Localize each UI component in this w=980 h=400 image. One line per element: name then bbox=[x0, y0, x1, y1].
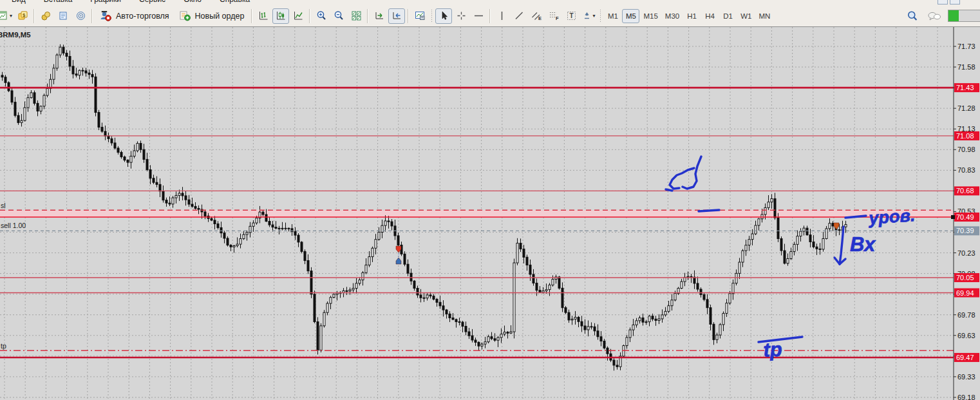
price-chart[interactable]: slsell 1.00tp71.7371.5871.4371.2871.1370… bbox=[0, 27, 980, 400]
candlestick-icon bbox=[276, 10, 287, 21]
window-restore-button[interactable] bbox=[938, 0, 948, 5]
menu-item-view[interactable]: Вид bbox=[12, 0, 26, 5]
templates-icon bbox=[415, 10, 426, 21]
ink-text: tp bbox=[763, 338, 783, 361]
profiles-button[interactable]: $ bbox=[14, 8, 31, 24]
line-chart-button[interactable] bbox=[290, 8, 306, 24]
chart-symbol-label: BRM9,M5 bbox=[0, 31, 31, 39]
new-order-button[interactable]: Новый ордер bbox=[174, 8, 249, 24]
auto-scroll-icon bbox=[374, 10, 385, 21]
svg-text:$: $ bbox=[23, 12, 26, 18]
timeframe-d1-button[interactable]: D1 bbox=[719, 9, 737, 23]
new-chart-button[interactable]: ▾ bbox=[0, 8, 14, 24]
zoom-out-button[interactable] bbox=[330, 8, 347, 24]
news-button[interactable] bbox=[55, 8, 71, 24]
timeframe-m30-button[interactable]: M30 bbox=[662, 9, 683, 23]
menu-item-window[interactable]: Окно bbox=[184, 0, 202, 5]
auto-trading-button[interactable]: Авто-торговля bbox=[95, 8, 174, 24]
signals-button[interactable] bbox=[72, 8, 89, 24]
position-label: sell 1.00 bbox=[1, 222, 26, 229]
chart-window[interactable]: slsell 1.00tp71.7371.5871.4371.2871.1370… bbox=[0, 27, 980, 400]
new-order-icon bbox=[179, 10, 191, 21]
tile-windows-button[interactable] bbox=[348, 8, 364, 24]
vertical-line-button[interactable] bbox=[493, 8, 510, 24]
svg-text:70.05: 70.05 bbox=[956, 274, 974, 281]
window-close-button[interactable] bbox=[950, 0, 960, 5]
axis-price-tick: 70.83 bbox=[957, 166, 975, 174]
ink-stroke bbox=[699, 210, 719, 211]
horizontal-line-icon bbox=[473, 10, 484, 21]
spread-band bbox=[0, 210, 954, 217]
axis-price-tick: 71.58 bbox=[957, 63, 975, 71]
menu-bar: Вид Вставка Графики Сервис Окно Справка bbox=[0, 0, 980, 5]
shapes-icon bbox=[582, 10, 592, 21]
search-button[interactable] bbox=[904, 8, 921, 24]
tile-windows-icon bbox=[351, 10, 362, 21]
candlestick-chart-button[interactable] bbox=[272, 8, 289, 24]
trendline-button[interactable] bbox=[511, 8, 527, 24]
svg-text:70.39: 70.39 bbox=[956, 227, 974, 234]
timeframe-m1-button[interactable]: M1 bbox=[604, 9, 621, 23]
timeframe-w1-button[interactable]: W1 bbox=[737, 9, 755, 23]
toolbar-drag-handle[interactable] bbox=[431, 10, 433, 23]
chart-shift-icon bbox=[391, 10, 402, 21]
bar-chart-button[interactable] bbox=[255, 8, 272, 24]
templates-button[interactable] bbox=[411, 8, 428, 24]
crosshair-button[interactable] bbox=[453, 8, 469, 24]
sl-label: sl bbox=[1, 202, 6, 209]
trendline-icon bbox=[514, 10, 525, 21]
timeframe-m15-button[interactable]: M15 bbox=[640, 9, 661, 23]
chart-shift-button[interactable] bbox=[388, 8, 405, 24]
toolbar-drag-handle[interactable] bbox=[599, 10, 601, 23]
axis-price-tick: 69.33 bbox=[957, 373, 975, 381]
news-icon bbox=[58, 10, 69, 21]
equidistant-channel-button[interactable]: E bbox=[528, 8, 545, 24]
svg-text:69.94: 69.94 bbox=[956, 289, 974, 297]
axis-price-tick: 69.78 bbox=[957, 311, 975, 319]
axis-price-tick: 70.98 bbox=[957, 146, 975, 153]
axis-price-tick: 71.73 bbox=[957, 43, 975, 50]
new-chart-icon bbox=[0, 10, 9, 21]
menu-item-service[interactable]: Сервис bbox=[139, 0, 165, 5]
fibonacci-icon: F bbox=[549, 10, 560, 21]
timeframe-h4-button[interactable]: H4 bbox=[701, 9, 719, 23]
ink-text: Вх bbox=[850, 233, 876, 256]
toolbar: ▾ $ bbox=[0, 5, 980, 27]
cursor-button[interactable] bbox=[435, 8, 452, 24]
market-button[interactable] bbox=[37, 8, 54, 24]
axis-price-tick: 69.18 bbox=[957, 394, 975, 400]
text-icon: T bbox=[566, 10, 577, 21]
toolbar-separator bbox=[251, 9, 252, 23]
bar-chart-icon bbox=[258, 10, 269, 21]
menu-item-help[interactable]: Справка bbox=[220, 0, 250, 5]
menu-item-insert[interactable]: Вставка bbox=[44, 0, 73, 5]
svg-text:F: F bbox=[556, 15, 559, 21]
axis-price-tick: 69.63 bbox=[957, 332, 975, 339]
text-button[interactable]: T bbox=[563, 8, 580, 24]
vertical-line-icon bbox=[496, 10, 507, 21]
ink-stroke bbox=[666, 189, 672, 191]
auto-scroll-button[interactable] bbox=[371, 8, 388, 24]
horizontal-line-button[interactable] bbox=[470, 8, 487, 24]
auto-trading-label: Авто-торговля bbox=[116, 12, 169, 21]
timeframe-mn-button[interactable]: MN bbox=[755, 9, 773, 23]
arrows-shapes-button[interactable]: ▾ bbox=[580, 8, 597, 24]
toolbar-separator bbox=[408, 9, 409, 23]
timeframe-m5-button[interactable]: M5 bbox=[622, 9, 639, 23]
channel-icon: E bbox=[531, 10, 542, 21]
toolbar-separator bbox=[367, 9, 368, 23]
chevron-down-icon: ▾ bbox=[10, 13, 12, 19]
axis-price-tick: 70.23 bbox=[957, 249, 975, 257]
toolbar-separator bbox=[33, 9, 35, 23]
coins-icon bbox=[41, 10, 52, 21]
svg-text:70.49: 70.49 bbox=[956, 213, 974, 221]
tp-label: tp bbox=[1, 342, 6, 350]
svg-text:69.47: 69.47 bbox=[956, 354, 974, 361]
zoom-in-button[interactable] bbox=[313, 8, 330, 24]
menu-item-charts[interactable]: Графики bbox=[90, 0, 121, 5]
chat-button[interactable] bbox=[926, 8, 943, 24]
fibonacci-button[interactable]: F bbox=[545, 8, 562, 24]
timeframe-h1-button[interactable]: H1 bbox=[683, 9, 701, 23]
svg-text:70.68: 70.68 bbox=[956, 187, 974, 195]
new-order-label: Новый ордер bbox=[195, 12, 245, 21]
